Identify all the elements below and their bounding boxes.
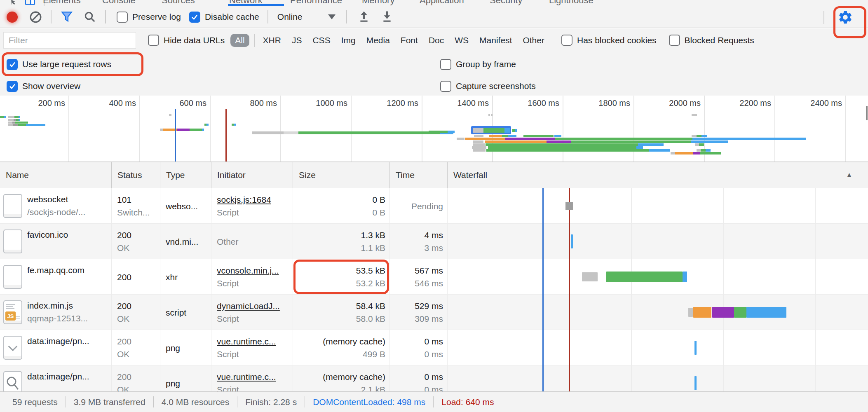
filter-pill-js[interactable]: JS xyxy=(286,33,307,47)
table-row[interactable]: data:image/pn...200OKpngvue.runtime.c...… xyxy=(0,365,868,391)
chevron-down-icon[interactable] xyxy=(328,14,335,19)
overview-waterfall-segment xyxy=(0,116,4,118)
table-row[interactable]: favicon.ico200OKvnd.mi...Other1.3 kB1.1 … xyxy=(0,224,868,259)
overview-waterfall-segment xyxy=(19,119,20,121)
inspect-element-icon[interactable] xyxy=(5,0,16,6)
column-divider[interactable] xyxy=(447,188,448,391)
overview-waterfall-segment xyxy=(8,119,14,121)
time-value: 567 ms xyxy=(389,264,443,277)
overview-tick-label: 2400 ms xyxy=(780,98,842,108)
status-text: OK xyxy=(117,312,158,325)
column-header-name[interactable]: Name xyxy=(0,162,111,188)
tab-performance[interactable]: Performance xyxy=(290,0,342,6)
preserve-log-label: Preserve log xyxy=(132,12,181,22)
has-blocked-cookies-checkbox[interactable] xyxy=(561,35,572,46)
blocked-requests-checkbox[interactable] xyxy=(669,35,680,46)
import-har-icon[interactable] xyxy=(358,10,370,23)
column-header-time[interactable]: Time xyxy=(389,162,447,188)
filter-pill-css[interactable]: CSS xyxy=(307,33,335,47)
filter-pill-manifest[interactable]: Manifest xyxy=(474,33,517,47)
filter-pill-font[interactable]: Font xyxy=(395,33,423,47)
size-transferred: 1.1 kB xyxy=(293,241,385,254)
filter-pill-img[interactable]: Img xyxy=(336,33,361,47)
hide-data-urls-checkbox[interactable] xyxy=(148,35,159,46)
filter-funnel-icon[interactable] xyxy=(61,11,73,23)
network-overview[interactable]: 200 ms400 ms600 ms800 ms1000 ms1200 ms14… xyxy=(0,96,868,162)
size-value: 53.5 kB xyxy=(293,264,385,277)
overview-waterfall-segment xyxy=(26,124,45,126)
capture-screenshots-checkbox[interactable] xyxy=(440,81,451,92)
status-code: 200 xyxy=(117,370,158,383)
initiator-link[interactable]: vue.runtime.c... xyxy=(217,370,291,383)
initiator-link[interactable]: sockjs.js:1684 xyxy=(217,193,291,206)
status-cell: 101Switch... xyxy=(117,188,158,224)
overview-waterfall-segment xyxy=(515,129,517,132)
initiator-link[interactable]: dynamicLoadJ... xyxy=(217,300,291,312)
overview-waterfall-segment xyxy=(691,140,728,143)
device-toolbar-icon[interactable] xyxy=(24,0,35,6)
column-header-type[interactable]: Type xyxy=(160,162,211,188)
column-divider[interactable] xyxy=(111,188,112,391)
initiator-cell: vconsole.min.j...Script xyxy=(217,259,291,295)
request-path: /sockjs-node/... xyxy=(27,206,109,218)
filter-pill-other[interactable]: Other xyxy=(517,33,550,47)
column-divider[interactable] xyxy=(160,188,160,391)
export-har-icon[interactable] xyxy=(381,10,393,23)
time-cell: 0 ms0 ms xyxy=(389,365,443,391)
use-large-request-rows-checkbox[interactable] xyxy=(7,59,18,70)
filter-pill-ws[interactable]: WS xyxy=(449,33,474,47)
filter-pill-all[interactable]: All xyxy=(230,34,249,47)
table-row[interactable]: websocket/sockjs-node/...101Switch...web… xyxy=(0,188,868,224)
tab-elements[interactable]: Elements xyxy=(43,0,81,6)
group-by-frame-checkbox[interactable] xyxy=(440,59,451,70)
tab-sources[interactable]: Sources xyxy=(162,0,195,6)
requests-table-body: websocket/sockjs-node/...101Switch...web… xyxy=(0,188,868,391)
filter-pill-xhr[interactable]: XHR xyxy=(258,33,286,47)
column-header-size[interactable]: Size xyxy=(293,162,389,188)
type-cell: png xyxy=(166,365,210,391)
search-icon[interactable] xyxy=(84,11,96,23)
name-cell: data:image/pn... xyxy=(27,330,109,365)
filter-input[interactable] xyxy=(3,32,136,49)
table-row[interactable]: fe.map.qq.com200xhrvconsole.min.j...Scri… xyxy=(0,259,868,295)
overview-gridline xyxy=(563,96,563,162)
throttling-select[interactable]: Online xyxy=(277,12,303,22)
size-value: (memory cache) xyxy=(293,370,385,383)
tab-security[interactable]: Security xyxy=(490,0,522,6)
status-code: 101 xyxy=(117,193,158,206)
record-network-log-button[interactable] xyxy=(7,12,18,23)
overview-waterfall-segment xyxy=(638,143,664,146)
initiator-link[interactable]: vue.runtime.c... xyxy=(217,335,291,348)
disable-cache-checkbox[interactable] xyxy=(189,12,200,23)
waterfall-bar xyxy=(565,202,573,210)
waterfall-dcl-line xyxy=(542,188,544,391)
tab-application[interactable]: Application xyxy=(420,0,464,6)
column-divider[interactable] xyxy=(211,188,211,391)
preserve-log-checkbox[interactable] xyxy=(117,12,128,23)
waterfall-bar xyxy=(606,272,683,282)
clear-network-log-icon[interactable] xyxy=(29,11,42,23)
column-header-status[interactable]: Status xyxy=(111,162,160,188)
table-row[interactable]: data:image/pn...200OKpngvue.runtime.c...… xyxy=(0,330,868,365)
table-row[interactable]: JSindex.min.jsqqmap-12513...200OKscriptd… xyxy=(0,295,868,330)
filter-pill-media[interactable]: Media xyxy=(361,33,395,47)
tab-memory[interactable]: Memory xyxy=(362,0,394,6)
column-header-initiator[interactable]: Initiator xyxy=(211,162,293,188)
tab-lighthouse[interactable]: Lighthouse xyxy=(549,0,594,6)
initiator-link[interactable]: vconsole.min.j... xyxy=(217,264,291,277)
overview-tick-label: 400 ms xyxy=(74,98,136,108)
column-header-waterfall[interactable]: Waterfall xyxy=(447,162,868,188)
overview-tick-label: 2000 ms xyxy=(639,98,701,108)
show-overview-checkbox[interactable] xyxy=(7,81,18,92)
waterfall-bar xyxy=(694,376,697,390)
tab-console[interactable]: Console xyxy=(102,0,136,6)
overview-waterfall-segment xyxy=(486,143,638,146)
tab-network[interactable]: Network xyxy=(229,0,263,6)
overview-scrollbar[interactable] xyxy=(866,106,868,120)
filter-pill-doc[interactable]: Doc xyxy=(423,33,449,47)
name-cell: favicon.ico xyxy=(27,224,109,259)
sort-ascending-icon[interactable]: ▲ xyxy=(846,162,853,188)
group-by-frame-label: Group by frame xyxy=(456,59,516,69)
settings-gear-icon[interactable] xyxy=(838,9,853,25)
waterfall-gridline xyxy=(815,188,816,391)
